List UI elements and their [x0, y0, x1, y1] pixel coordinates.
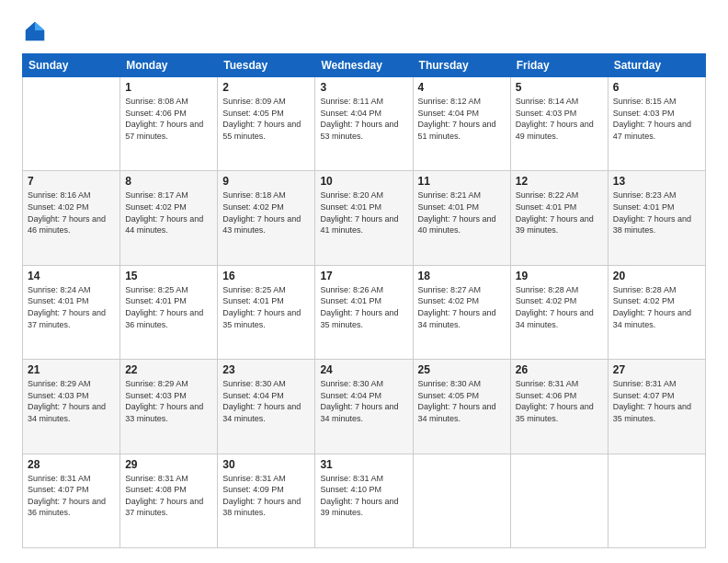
day-number: 1 [125, 81, 212, 94]
calendar-header-monday: Monday [120, 54, 218, 77]
day-number: 4 [418, 81, 506, 94]
calendar-header-friday: Friday [510, 54, 608, 77]
day-number: 7 [28, 175, 115, 188]
calendar-cell [608, 454, 705, 547]
day-number: 29 [125, 458, 212, 471]
day-info: Sunrise: 8:09 AMSunset: 4:05 PMDaylight:… [222, 96, 310, 142]
calendar-cell: 25Sunrise: 8:30 AMSunset: 4:05 PMDayligh… [413, 360, 510, 454]
day-number: 17 [320, 270, 407, 282]
calendar-cell: 4Sunrise: 8:12 AMSunset: 4:04 PMDaylight… [413, 77, 510, 171]
day-info: Sunrise: 8:20 AMSunset: 4:01 PMDaylight:… [320, 190, 407, 236]
logo [22, 18, 51, 44]
calendar-cell: 23Sunrise: 8:30 AMSunset: 4:04 PMDayligh… [218, 360, 315, 454]
day-number: 15 [125, 270, 212, 282]
calendar-cell: 28Sunrise: 8:31 AMSunset: 4:07 PMDayligh… [23, 454, 120, 547]
calendar-cell: 7Sunrise: 8:16 AMSunset: 4:02 PMDaylight… [23, 171, 120, 265]
day-info: Sunrise: 8:27 AMSunset: 4:02 PMDaylight:… [418, 284, 506, 330]
calendar-cell: 11Sunrise: 8:21 AMSunset: 4:01 PMDayligh… [413, 171, 510, 265]
calendar-cell: 1Sunrise: 8:08 AMSunset: 4:06 PMDaylight… [120, 77, 218, 171]
day-info: Sunrise: 8:30 AMSunset: 4:05 PMDaylight:… [418, 378, 506, 424]
day-number: 24 [320, 363, 407, 376]
day-number: 22 [125, 363, 212, 376]
day-number: 30 [222, 458, 310, 471]
day-number: 14 [28, 270, 115, 282]
calendar-week-4: 21Sunrise: 8:29 AMSunset: 4:03 PMDayligh… [23, 360, 706, 454]
day-number: 6 [613, 81, 700, 94]
day-info: Sunrise: 8:31 AMSunset: 4:08 PMDaylight:… [125, 473, 212, 519]
calendar-cell: 21Sunrise: 8:29 AMSunset: 4:03 PMDayligh… [23, 360, 120, 454]
calendar-cell: 17Sunrise: 8:26 AMSunset: 4:01 PMDayligh… [315, 265, 413, 359]
day-info: Sunrise: 8:31 AMSunset: 4:06 PMDaylight:… [516, 378, 603, 424]
calendar-week-1: 1Sunrise: 8:08 AMSunset: 4:06 PMDaylight… [23, 77, 706, 171]
day-info: Sunrise: 8:21 AMSunset: 4:01 PMDaylight:… [418, 190, 506, 236]
day-info: Sunrise: 8:30 AMSunset: 4:04 PMDaylight:… [320, 378, 407, 424]
calendar-header-wednesday: Wednesday [315, 54, 413, 77]
calendar-cell: 2Sunrise: 8:09 AMSunset: 4:05 PMDaylight… [218, 77, 315, 171]
calendar-cell: 13Sunrise: 8:23 AMSunset: 4:01 PMDayligh… [608, 171, 705, 265]
day-number: 28 [28, 458, 115, 471]
calendar-cell: 26Sunrise: 8:31 AMSunset: 4:06 PMDayligh… [510, 360, 608, 454]
day-info: Sunrise: 8:08 AMSunset: 4:06 PMDaylight:… [125, 96, 212, 142]
day-info: Sunrise: 8:30 AMSunset: 4:04 PMDaylight:… [222, 378, 310, 424]
day-number: 16 [222, 270, 310, 282]
calendar-week-3: 14Sunrise: 8:24 AMSunset: 4:01 PMDayligh… [23, 265, 706, 359]
day-info: Sunrise: 8:17 AMSunset: 4:02 PMDaylight:… [125, 190, 212, 236]
day-number: 5 [516, 81, 603, 94]
day-number: 19 [516, 270, 603, 282]
day-number: 2 [222, 81, 310, 94]
day-info: Sunrise: 8:29 AMSunset: 4:03 PMDaylight:… [28, 378, 115, 424]
calendar-cell: 15Sunrise: 8:25 AMSunset: 4:01 PMDayligh… [120, 265, 218, 359]
calendar-cell: 10Sunrise: 8:20 AMSunset: 4:01 PMDayligh… [315, 171, 413, 265]
day-info: Sunrise: 8:18 AMSunset: 4:02 PMDaylight:… [222, 190, 310, 236]
calendar-cell: 9Sunrise: 8:18 AMSunset: 4:02 PMDaylight… [218, 171, 315, 265]
calendar-cell [413, 454, 510, 547]
day-info: Sunrise: 8:23 AMSunset: 4:01 PMDaylight:… [613, 190, 700, 236]
calendar-cell: 27Sunrise: 8:31 AMSunset: 4:07 PMDayligh… [608, 360, 705, 454]
day-info: Sunrise: 8:31 AMSunset: 4:07 PMDaylight:… [613, 378, 700, 424]
day-number: 11 [418, 175, 506, 188]
calendar-cell: 18Sunrise: 8:27 AMSunset: 4:02 PMDayligh… [413, 265, 510, 359]
day-info: Sunrise: 8:29 AMSunset: 4:03 PMDaylight:… [125, 378, 212, 424]
day-info: Sunrise: 8:28 AMSunset: 4:02 PMDaylight:… [516, 284, 603, 330]
svg-marker-1 [35, 22, 44, 30]
logo-icon [22, 18, 48, 44]
calendar-cell: 24Sunrise: 8:30 AMSunset: 4:04 PMDayligh… [315, 360, 413, 454]
day-info: Sunrise: 8:12 AMSunset: 4:04 PMDaylight:… [418, 96, 506, 142]
day-number: 3 [320, 81, 407, 94]
day-number: 18 [418, 270, 506, 282]
day-info: Sunrise: 8:11 AMSunset: 4:04 PMDaylight:… [320, 96, 407, 142]
calendar-header-row: SundayMondayTuesdayWednesdayThursdayFrid… [23, 54, 706, 77]
calendar-cell: 22Sunrise: 8:29 AMSunset: 4:03 PMDayligh… [120, 360, 218, 454]
calendar-week-2: 7Sunrise: 8:16 AMSunset: 4:02 PMDaylight… [23, 171, 706, 265]
day-number: 8 [125, 175, 212, 188]
day-info: Sunrise: 8:24 AMSunset: 4:01 PMDaylight:… [28, 284, 115, 330]
calendar-cell: 30Sunrise: 8:31 AMSunset: 4:09 PMDayligh… [218, 454, 315, 547]
calendar-header-thursday: Thursday [413, 54, 510, 77]
header [22, 18, 706, 44]
day-info: Sunrise: 8:25 AMSunset: 4:01 PMDaylight:… [222, 284, 310, 330]
day-number: 23 [222, 363, 310, 376]
day-number: 21 [28, 363, 115, 376]
day-info: Sunrise: 8:31 AMSunset: 4:10 PMDaylight:… [320, 473, 407, 519]
day-number: 9 [222, 175, 310, 188]
day-number: 25 [418, 363, 506, 376]
calendar-header-tuesday: Tuesday [218, 54, 315, 77]
calendar-cell: 31Sunrise: 8:31 AMSunset: 4:10 PMDayligh… [315, 454, 413, 547]
calendar-cell: 6Sunrise: 8:15 AMSunset: 4:03 PMDaylight… [608, 77, 705, 171]
day-info: Sunrise: 8:26 AMSunset: 4:01 PMDaylight:… [320, 284, 407, 330]
day-info: Sunrise: 8:28 AMSunset: 4:02 PMDaylight:… [613, 284, 700, 330]
day-info: Sunrise: 8:25 AMSunset: 4:01 PMDaylight:… [125, 284, 212, 330]
calendar-cell: 12Sunrise: 8:22 AMSunset: 4:01 PMDayligh… [510, 171, 608, 265]
calendar-header-saturday: Saturday [608, 54, 705, 77]
calendar-cell: 5Sunrise: 8:14 AMSunset: 4:03 PMDaylight… [510, 77, 608, 171]
calendar-cell: 16Sunrise: 8:25 AMSunset: 4:01 PMDayligh… [218, 265, 315, 359]
day-number: 27 [613, 363, 700, 376]
page: SundayMondayTuesdayWednesdayThursdayFrid… [0, 0, 728, 563]
day-info: Sunrise: 8:14 AMSunset: 4:03 PMDaylight:… [516, 96, 603, 142]
calendar-cell: 29Sunrise: 8:31 AMSunset: 4:08 PMDayligh… [120, 454, 218, 547]
day-info: Sunrise: 8:16 AMSunset: 4:02 PMDaylight:… [28, 190, 115, 236]
day-number: 20 [613, 270, 700, 282]
calendar-week-5: 28Sunrise: 8:31 AMSunset: 4:07 PMDayligh… [23, 454, 706, 547]
day-number: 13 [613, 175, 700, 188]
day-info: Sunrise: 8:31 AMSunset: 4:09 PMDaylight:… [222, 473, 310, 519]
